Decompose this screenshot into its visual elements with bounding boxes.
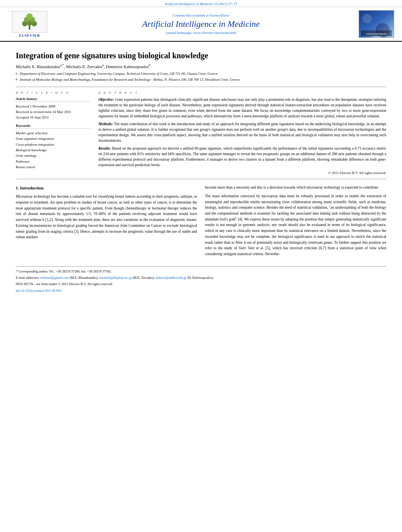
article-history: Article history: Received 1 November 200… — [16, 97, 91, 120]
affil-a-text: Department of Electronic and Computer En… — [20, 71, 218, 77]
page-wrapper: Artificial Intelligence in Medicine 53 (… — [0, 0, 402, 297]
abstract-methods: Methods: The main contribution of this w… — [98, 121, 386, 144]
abstract-objective: Objective: Gene expression patterns that… — [98, 97, 386, 119]
keywords-section: Keywords: Marker gene selection Gene sig… — [16, 124, 91, 170]
methods-label: Methods: — [98, 122, 113, 126]
email3[interactable]: kafetzo@imbb.forth.gr — [156, 276, 186, 280]
body-content: 1. Introduction Microarray technology ha… — [16, 185, 386, 260]
section1-num: 1. — [16, 185, 19, 190]
header-right: Artificial Intelligence in Medicine — [351, 10, 394, 38]
methods-text: The main contribution of this work is th… — [98, 122, 386, 143]
svg-point-9 — [362, 14, 372, 23]
keywords-label: Keywords: — [16, 124, 91, 129]
keyword-6: Pathways — [16, 159, 91, 164]
keyword-4: Biological knowledge — [16, 147, 91, 153]
keyword-7: Breast cancer — [16, 164, 91, 170]
body-para-2: become more than a necessity and this is… — [205, 185, 387, 191]
article-info-header: A R T I C L E I N F O — [16, 91, 91, 95]
body-col-left: 1. Introduction Microarray technology ha… — [16, 185, 197, 260]
article-content: Integration of gene signatures using bio… — [0, 42, 402, 297]
affil-a-sup: a — [16, 71, 19, 76]
journal-ref: Artificial Intelligence in Medicine 53 (… — [165, 2, 237, 6]
revised-date: Received in revised form 14 May 2011 — [16, 109, 91, 115]
author1-sup: a,* — [60, 63, 64, 67]
email1-name: (M.E. Blazadonakis), — [70, 276, 98, 280]
issn-text: 0933-3657/$ – see front matter © 2011 El… — [16, 282, 113, 286]
author3-sup: b — [149, 63, 150, 67]
abstract-header: A B S T R A C T — [98, 91, 386, 95]
email1[interactable]: mblazad@gmail.com — [40, 276, 69, 280]
author2-sup: a — [102, 63, 104, 67]
footnote-area: * Corresponding author. Tel.: +30 28210 … — [16, 266, 386, 293]
keyword-3: Cross-platform integration — [16, 142, 91, 147]
author3-name: Dimitrios Kafetzopoulos — [106, 64, 149, 69]
article-info-column: A R T I C L E I N F O Article history: R… — [16, 91, 91, 176]
footnote-corresp: * Corresponding author. Tel.: +30 28210 … — [16, 269, 386, 274]
email2-name: (M.E. Zervakis), — [133, 276, 155, 280]
keyword-1: Marker gene selection — [16, 130, 91, 136]
sciencedirect-prefix: Contents lists available at — [172, 13, 209, 17]
affil-b: b Institute of Molecular Biology and Bio… — [16, 77, 386, 83]
sciencedirect-name[interactable]: ScienceDirect — [210, 13, 230, 17]
affil-b-sup: b — [16, 77, 19, 82]
elsevier-box — [12, 11, 47, 33]
separator-2 — [16, 179, 386, 179]
email3-name: (D. Kafetzopoulos). — [187, 276, 214, 280]
copyright: © 2011 Elsevier B.V. All rights reserved… — [98, 171, 386, 176]
cover-image: Artificial Intelligence in Medicine — [359, 10, 394, 38]
body-col-right: become more than a necessity and this is… — [205, 185, 387, 260]
accepted-date: Accepted 16 June 2011 — [16, 115, 91, 120]
elsevier-logo: ELSEVIER — [8, 11, 51, 37]
received-date: Received 1 November 2009 — [16, 104, 91, 109]
author2-name: Michalis E. Zervakis — [66, 64, 102, 69]
header-left: ELSEVIER — [8, 11, 51, 37]
abstract-section: Objective: Gene expression patterns that… — [98, 97, 386, 176]
results-label: Results: — [98, 146, 111, 150]
history-label: Article history: — [16, 97, 91, 102]
email-label: E-mail addresses: — [16, 276, 39, 280]
objective-label: Objective: — [98, 98, 114, 102]
objective-text: Gene expression patterns that distinguis… — [98, 98, 386, 119]
journal-header: ELSEVIER Contents lists available at Sci… — [0, 7, 402, 42]
svg-text:in Medicine: in Medicine — [371, 35, 382, 37]
top-bar: Artificial Intelligence in Medicine 53 (… — [0, 0, 402, 7]
journal-title: Artificial Intelligence in Medicine — [55, 19, 347, 29]
affil-b-text: Institute of Molecular Biology and Biote… — [20, 77, 240, 83]
doi-line: doi:10.1016/j.artmed.2011.06.003 — [16, 288, 386, 293]
keyword-5: Gene ontology — [16, 153, 91, 158]
separator-1 — [16, 87, 386, 87]
affiliations: a Department of Electronic and Computer … — [16, 71, 386, 83]
issn-line: 0933-3657/$ – see front matter © 2011 El… — [16, 282, 386, 287]
body-para-1: Microarray technology has become a valua… — [16, 194, 197, 240]
svg-point-7 — [26, 13, 33, 20]
elsevier-brand: ELSEVIER — [19, 33, 40, 37]
homepage-prefix: journal homepage: — [166, 31, 193, 35]
homepage-link[interactable]: www.elsevier.com/locate/aiim — [193, 31, 236, 35]
email2[interactable]: michalis@display.tuc.gr — [99, 276, 132, 280]
journal-homepage: journal homepage: www.elsevier.com/locat… — [55, 31, 347, 35]
section1-label: Introduction — [20, 185, 44, 190]
doi-link[interactable]: doi:10.1016/j.artmed.2011.06.003 — [16, 289, 61, 293]
results-text: Based on the proposed approach we derive… — [98, 146, 386, 167]
svg-text:Artificial Intelligence: Artificial Intelligence — [366, 33, 387, 35]
article-info-abstract: A R T I C L E I N F O Article history: R… — [16, 91, 386, 176]
abstract-results: Results: Based on the proposed approach … — [98, 146, 386, 168]
keyword-2: Gene signature integration — [16, 136, 91, 141]
body-para-3: The mass information conveyed by microar… — [205, 193, 387, 257]
sciencedirect-link: Contents lists available at ScienceDirec… — [55, 13, 347, 17]
affil-a: a Department of Electronic and Computer … — [16, 71, 386, 77]
header-center: Contents lists available at ScienceDirec… — [51, 13, 351, 35]
article-title: Integration of gene signatures using bio… — [16, 51, 386, 60]
author1-name: Michalis E. Blazadonakis — [16, 64, 60, 69]
abstract-column: A B S T R A C T Objective: Gene expressi… — [98, 91, 386, 176]
section1-title: 1. Introduction — [16, 185, 197, 191]
authors-line: Michalis E. Blazadonakisa,*, Michalis E.… — [16, 63, 386, 69]
footnote-emails: E-mail addresses: mblazad@gmail.com (M.E… — [16, 275, 386, 280]
